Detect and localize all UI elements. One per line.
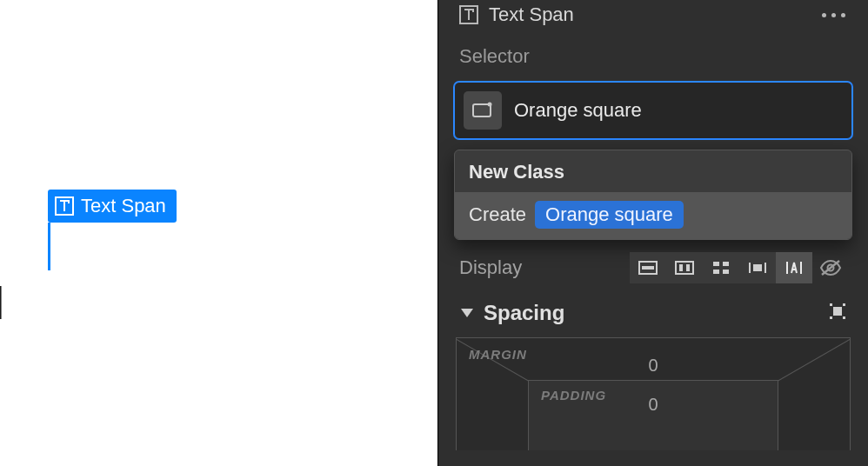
padding-top-value[interactable]: 0 [648, 395, 658, 415]
display-label: Display [459, 256, 522, 279]
display-inline-block-button[interactable] [739, 252, 776, 283]
panel-header: Text Span [438, 0, 868, 45]
svg-rect-9 [713, 262, 719, 266]
selector-label: Selector [459, 45, 849, 68]
svg-rect-20 [833, 307, 842, 316]
selector-value: Orange square [514, 99, 642, 122]
more-options-button[interactable] [822, 13, 847, 17]
svg-point-3 [488, 103, 492, 107]
create-label: Create [469, 203, 526, 226]
create-class-option[interactable]: Create Orange square [455, 192, 851, 239]
svg-rect-23 [830, 316, 832, 319]
box-model-editor[interactable]: MARGIN 0 PADDING 0 [456, 337, 851, 450]
breakpoint-icon[interactable] [464, 91, 502, 130]
eye-off-icon [819, 260, 842, 276]
canvas-viewport[interactable]: e . It's d over it will v to Text Span [0, 0, 437, 466]
block-icon [638, 261, 658, 275]
canvas-text[interactable]: e . It's d over it will v to [0, 219, 313, 389]
text-cursor [48, 223, 50, 270]
padding-ring[interactable]: PADDING 0 [528, 380, 778, 450]
svg-rect-8 [686, 264, 690, 271]
svg-rect-10 [723, 262, 729, 266]
selection-tag-label: Text Span [81, 195, 166, 217]
spacing-section-header[interactable]: Spacing [454, 292, 852, 337]
flex-icon [675, 261, 694, 275]
margin-label: MARGIN [469, 347, 527, 362]
svg-rect-6 [676, 262, 693, 274]
padding-label: PADDING [541, 388, 606, 403]
grid-icon [712, 261, 730, 275]
display-hidden-button[interactable] [812, 252, 849, 283]
margin-ring[interactable]: MARGIN 0 PADDING 0 [456, 337, 851, 450]
chevron-down-icon [461, 309, 473, 317]
text-span-icon [459, 5, 478, 24]
display-flex-button[interactable] [666, 252, 703, 283]
svg-rect-15 [753, 264, 762, 271]
svg-rect-12 [723, 270, 729, 274]
svg-rect-5 [642, 266, 654, 270]
expand-icon [828, 302, 847, 321]
svg-rect-11 [713, 270, 719, 274]
svg-rect-24 [843, 316, 845, 319]
margin-top-value[interactable]: 0 [648, 356, 658, 376]
svg-rect-2 [473, 104, 491, 116]
style-panel: Text Span Selector Orange square New Cla… [437, 0, 868, 466]
spacing-title: Spacing [484, 301, 564, 325]
svg-rect-22 [843, 303, 845, 306]
text-span-icon [55, 196, 74, 216]
expand-spacing-button[interactable] [828, 302, 847, 324]
display-button-group [630, 252, 849, 283]
selector-input[interactable]: Orange square [454, 82, 852, 139]
element-type-label: Text Span [489, 3, 574, 26]
svg-rect-21 [830, 303, 832, 306]
display-grid-button[interactable] [703, 252, 739, 283]
inline-icon [785, 260, 804, 276]
new-class-heading: New Class [455, 150, 851, 192]
inline-block-icon [748, 261, 767, 275]
display-section: Display [454, 240, 852, 292]
selector-dropdown: New Class Create Orange square [454, 150, 852, 240]
display-block-button[interactable] [630, 252, 666, 283]
svg-rect-7 [679, 264, 683, 271]
new-class-name-chip: Orange square [535, 201, 684, 229]
display-inline-button[interactable] [776, 252, 812, 283]
selection-tag[interactable]: Text Span [48, 190, 177, 223]
